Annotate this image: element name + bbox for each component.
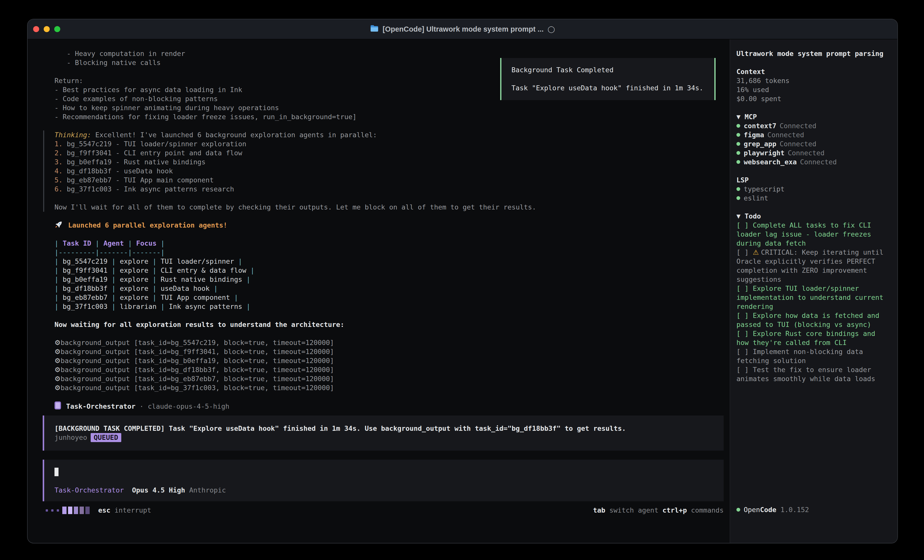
todo-text: Complete ALL tasks to fix CLI loader lag… bbox=[736, 221, 875, 247]
toast-body: Task "Explore useData hook" finished in … bbox=[512, 84, 704, 93]
spinner-block bbox=[62, 506, 66, 514]
terminal-text: | bbox=[242, 276, 250, 283]
message-assistant-block: Launched 6 parallel exploration agents!|… bbox=[54, 212, 730, 410]
background-completed-banner: [BACKGROUND TASK COMPLETED] Task "Explor… bbox=[43, 415, 724, 451]
gear-icon: ⚙ bbox=[54, 384, 60, 392]
connected-status-icon bbox=[736, 196, 740, 200]
terminal-text: Rust native bindings bbox=[161, 276, 242, 283]
lsp-heading: LSP bbox=[736, 176, 888, 185]
terminal-text: | bbox=[156, 240, 165, 247]
connected-status-icon bbox=[736, 160, 740, 164]
conversation-scroll-area[interactable]: - Heavy computation in render - Blocking… bbox=[28, 39, 730, 543]
terminal-text: Task ID bbox=[63, 240, 92, 247]
terminal-text: - Recommendations for fixing loader free… bbox=[54, 113, 357, 121]
gear-icon: ⚙ bbox=[54, 339, 60, 346]
terminal-text: | bbox=[54, 267, 63, 274]
minimize-window-button[interactable] bbox=[44, 26, 50, 32]
close-window-button[interactable] bbox=[33, 26, 39, 32]
spinner-block bbox=[74, 506, 78, 514]
banner-meta: junhoyeoQUEUED bbox=[54, 433, 724, 442]
terminal-text: 3. bbox=[54, 158, 67, 166]
terminal-line: | bg_b0effa19 | explore | Rust native bi… bbox=[54, 275, 730, 284]
terminal-line: Now I'll wait for all of them to complet… bbox=[54, 203, 730, 212]
terminal-text: Now I'll wait for all of them to complet… bbox=[54, 203, 536, 211]
todo-item: [ ] Implement non-blocking data fetching… bbox=[736, 347, 888, 365]
terminal-text: TUI App component bbox=[161, 293, 230, 301]
background-task-toast: Background Task Completed Task "Explore … bbox=[500, 58, 716, 100]
todo-item: [ ] Explore Rust core bindings and how t… bbox=[736, 329, 888, 347]
tab-key-hint: tab bbox=[593, 506, 605, 514]
lsp-name: eslint bbox=[744, 194, 768, 202]
terminal-line: - Heavy computation in render bbox=[54, 49, 730, 58]
todo-list: [ ] Complete ALL tasks to fix CLI loader… bbox=[736, 221, 888, 383]
todo-section-header[interactable]: ▼ Todo bbox=[736, 212, 888, 221]
terminal-line: ⚙background_output [task_id=bg_f9ff3041,… bbox=[54, 347, 730, 356]
ctrlp-key-hint: ctrl+p bbox=[662, 506, 687, 514]
lsp-list: typescripteslint bbox=[736, 185, 888, 203]
spinner-block bbox=[86, 506, 90, 514]
context-tokens: 31,686 tokens bbox=[736, 76, 888, 85]
mcp-section-header[interactable]: ▼ MCP bbox=[736, 112, 888, 121]
todo-checkbox: [ ] bbox=[736, 311, 753, 319]
terminal-text: background_output [task_id=bg_5547c219, … bbox=[60, 339, 334, 346]
connected-status-icon bbox=[736, 124, 740, 128]
terminal-text: | bbox=[242, 302, 250, 310]
terminal-text: | bbox=[108, 302, 120, 310]
terminal-text: | bbox=[210, 284, 218, 292]
rocket-icon bbox=[54, 221, 64, 229]
terminal-text: Excellent! I've launched 6 background ex… bbox=[91, 131, 377, 139]
prompt-input[interactable]: Task-Orchestrator Opus 4.5 High Anthropi… bbox=[43, 460, 724, 501]
connected-status-icon bbox=[736, 187, 740, 191]
session-sidebar: Ultrawork mode system prompt parsing Con… bbox=[730, 39, 897, 543]
mcp-item: playwrightConnected bbox=[736, 148, 888, 157]
app-version-footer: OpenCode 1.0.152 bbox=[736, 505, 809, 514]
terminal-text: | bbox=[108, 267, 120, 274]
terminal-line bbox=[54, 329, 730, 338]
terminal-text: | bbox=[148, 276, 161, 283]
terminal-text: Thinking: bbox=[54, 131, 91, 139]
terminal-line: | bg_df18bb3f | explore | useData hook | bbox=[54, 284, 730, 293]
connected-status-icon bbox=[736, 151, 740, 155]
mcp-name: figma bbox=[744, 131, 764, 139]
terminal-text: explore bbox=[120, 258, 148, 265]
terminal-text: bg_5547c219 - TUI loader/spinner explora… bbox=[67, 140, 246, 148]
terminal-text: bg_f9ff3041 bbox=[63, 267, 108, 274]
terminal-text: - How to keep spinner animating during h… bbox=[54, 104, 279, 112]
terminal-text: | bbox=[91, 240, 104, 247]
terminal-text: | bbox=[54, 240, 63, 247]
input-meta-row: Task-Orchestrator Opus 4.5 High Anthropi… bbox=[54, 486, 724, 495]
terminal-line: ⚙background_output [task_id=bg_eb87ebb7,… bbox=[54, 374, 730, 383]
todo-text: Test the fix to ensure loader animates s… bbox=[736, 366, 875, 383]
connected-status-icon bbox=[736, 133, 740, 137]
session-status-icon: ◯ bbox=[548, 25, 555, 33]
mcp-status: Connected bbox=[800, 158, 837, 166]
gear-icon: ⚙ bbox=[54, 366, 60, 374]
terminal-text: 4. bbox=[54, 167, 67, 175]
terminal-line: | bg_5547c219 | explore | TUI loader/spi… bbox=[54, 257, 730, 266]
terminal-line: ⚙background_output [task_id=bg_df18bb3f,… bbox=[54, 365, 730, 374]
context-used: 16% used bbox=[736, 85, 888, 94]
terminal-text: | bbox=[148, 267, 161, 274]
terminal-line bbox=[54, 392, 730, 401]
message-thinking-block: Thinking: Excellent! I've launched 6 bac… bbox=[43, 130, 730, 212]
terminal-text: | bbox=[246, 267, 255, 274]
agent-avatar-icon bbox=[54, 401, 61, 409]
active-agent-label: Task-Orchestrator bbox=[54, 486, 124, 494]
terminal-text: bg_37f1c003 - Ink async patterns researc… bbox=[67, 185, 234, 193]
terminal-text: Launched 6 parallel exploration agents! bbox=[64, 221, 227, 229]
terminal-text: 1. bbox=[54, 140, 67, 148]
todo-checkbox: [ ] bbox=[736, 284, 753, 292]
zoom-window-button[interactable] bbox=[54, 26, 60, 32]
gear-icon: ⚙ bbox=[54, 357, 60, 365]
terminal-line: 4. bg_df18bb3f - useData hook bbox=[54, 166, 730, 176]
terminal-text: bg_5547c219 bbox=[63, 258, 108, 265]
terminal-text: Ink async patterns bbox=[169, 302, 242, 310]
todo-item: [ ] Complete ALL tasks to fix CLI loader… bbox=[736, 221, 888, 248]
todo-checkbox: [ ] bbox=[736, 348, 753, 355]
terminal-text: | bbox=[234, 258, 242, 265]
terminal-text: - Code examples of non-blocking patterns bbox=[54, 95, 218, 103]
terminal-text: | bbox=[54, 284, 63, 292]
terminal-text: | bbox=[108, 258, 120, 265]
terminal-text: bg_eb87ebb7 - TUI App main component bbox=[67, 176, 214, 184]
terminal-text: 5. bbox=[54, 176, 67, 184]
